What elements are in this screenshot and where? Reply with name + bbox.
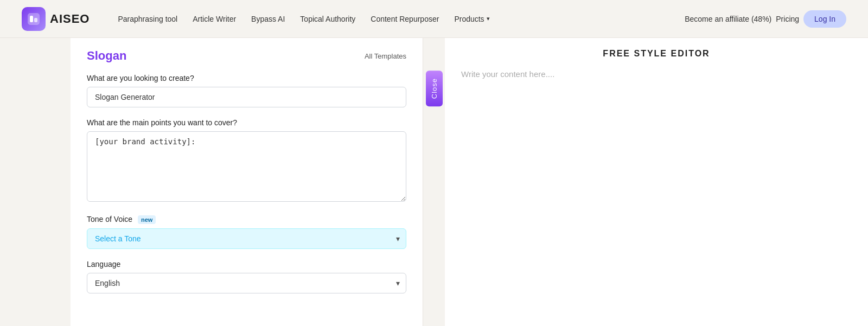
language-group: Language English Spanish French German ▾	[87, 260, 406, 293]
pricing-link[interactable]: Pricing	[776, 15, 799, 23]
nav-article-writer[interactable]: Article Writer	[186, 10, 242, 28]
main-nav: Paraphrasing tool Article Writer Bypass …	[111, 10, 685, 28]
nav-bypass-ai[interactable]: Bypass AI	[245, 10, 291, 28]
tone-label: Tone of Voice new	[87, 215, 406, 224]
editor-title: FREE STYLE EDITOR	[461, 49, 852, 59]
nav-products[interactable]: Products	[448, 10, 496, 28]
nav-content-repurposer[interactable]: Content Repurposer	[364, 10, 445, 28]
svg-rect-1	[30, 16, 33, 22]
templates-bar: Slogan All Templates	[87, 49, 406, 63]
logo-text: AISEO	[50, 12, 90, 26]
nav-right: Become an affiliate (48%) Pricing Log In	[685, 10, 846, 28]
login-button[interactable]: Log In	[803, 10, 846, 28]
tone-badge: new	[138, 215, 156, 224]
content-panel: Slogan All Templates What are you lookin…	[71, 38, 423, 326]
nav-paraphrasing-tool[interactable]: Paraphrasing tool	[111, 10, 184, 28]
header: AISEO Paraphrasing tool Article Writer B…	[0, 0, 868, 38]
language-label: Language	[87, 260, 406, 269]
all-templates-link[interactable]: All Templates	[365, 52, 406, 60]
field2-group: What are the main points you want to cov…	[87, 118, 406, 204]
language-select-wrapper: English Spanish French German ▾	[87, 273, 406, 293]
main-layout: Slogan All Templates What are you lookin…	[0, 38, 868, 326]
nav-topical-authority[interactable]: Topical Authority	[293, 10, 362, 28]
tone-select-wrapper: Select a Tone Professional Casual Friend…	[87, 228, 406, 249]
editor-placeholder[interactable]: Write your content here....	[461, 69, 852, 79]
field2-label: What are the main points you want to cov…	[87, 118, 406, 127]
slogan-title: Slogan	[87, 49, 126, 63]
tone-group: Tone of Voice new Select a Tone Professi…	[87, 215, 406, 249]
field2-textarea[interactable]: [your brand activity]:	[87, 131, 406, 202]
affiliate-link[interactable]: Become an affiliate (48%)	[685, 15, 771, 23]
svg-rect-0	[28, 13, 40, 25]
tone-select[interactable]: Select a Tone Professional Casual Friend…	[87, 228, 406, 249]
left-sidebar	[0, 38, 71, 326]
field1-label: What are you looking to create?	[87, 74, 406, 82]
editor-panel: FREE STYLE EDITOR Write your content her…	[445, 38, 868, 326]
logo-icon	[22, 7, 46, 31]
field1-input[interactable]	[87, 87, 406, 107]
close-tab-button[interactable]: Close	[426, 71, 443, 106]
close-tab-area: Close	[423, 38, 445, 326]
svg-rect-2	[34, 18, 37, 22]
field1-group: What are you looking to create?	[87, 74, 406, 107]
language-select[interactable]: English Spanish French German	[87, 273, 406, 293]
logo[interactable]: AISEO	[22, 7, 90, 31]
